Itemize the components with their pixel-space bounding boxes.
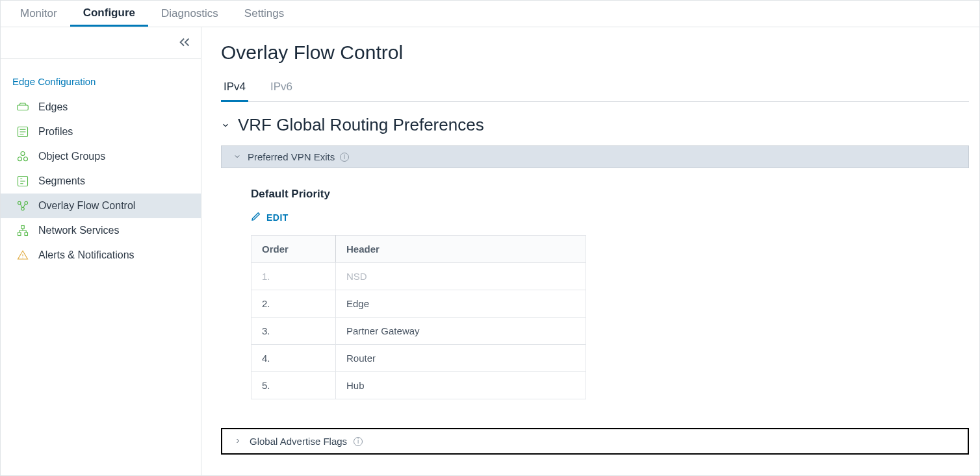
sidebar-item-alerts[interactable]: Alerts & Notifications	[1, 243, 201, 268]
sidebar-item-segments[interactable]: Segments	[1, 169, 201, 194]
collapse-sidebar-icon[interactable]	[177, 35, 192, 52]
sidebar: Edge Configuration Edges Profiles Object…	[1, 27, 201, 475]
sidebar-item-label: Network Services	[38, 225, 119, 236]
page-title: Overlay Flow Control	[221, 42, 969, 64]
sidebar-item-network-services[interactable]: Network Services	[1, 218, 201, 243]
sidebar-item-overlay-flow-control[interactable]: Overlay Flow Control	[1, 194, 201, 218]
tab-settings[interactable]: Settings	[231, 1, 297, 27]
cell-order: 3.	[251, 318, 336, 345]
svg-rect-9	[21, 226, 25, 229]
alerts-icon	[16, 249, 29, 261]
sidebar-item-label: Object Groups	[38, 151, 105, 162]
cell-header: Partner Gateway	[336, 318, 586, 345]
table-row: 4. Router	[251, 345, 586, 372]
sidebar-section-title: Edge Configuration	[1, 58, 201, 95]
tab-diagnostics[interactable]: Diagnostics	[148, 1, 231, 27]
svg-point-4	[24, 157, 28, 161]
sidebar-item-label: Segments	[38, 175, 85, 187]
edit-label: EDIT	[266, 212, 289, 223]
tab-monitor[interactable]: Monitor	[7, 1, 70, 27]
svg-rect-0	[18, 105, 29, 110]
cell-header: NSD	[336, 263, 586, 290]
object-groups-icon	[16, 151, 29, 162]
ip-version-tabs: IPv4 IPv6	[221, 75, 969, 102]
cell-order: 2.	[251, 290, 336, 318]
sidebar-item-label: Overlay Flow Control	[38, 200, 135, 212]
vrf-section-header[interactable]: VRF Global Routing Preferences	[221, 115, 969, 135]
table-row: 1. NSD	[251, 263, 586, 290]
global-advertise-flags-panel-header[interactable]: Global Advertise Flags i	[221, 428, 969, 455]
cell-order: 1.	[251, 263, 336, 290]
network-services-icon	[16, 225, 29, 236]
info-icon[interactable]: i	[340, 153, 349, 162]
cell-header: Router	[336, 345, 586, 372]
cell-order: 5.	[251, 372, 336, 399]
tab-configure[interactable]: Configure	[70, 1, 148, 27]
svg-point-3	[18, 157, 22, 161]
top-tabs: Monitor Configure Diagnostics Settings	[1, 1, 979, 27]
section-header-label: VRF Global Routing Preferences	[238, 115, 484, 135]
svg-point-8	[21, 207, 25, 210]
info-icon[interactable]: i	[354, 437, 363, 446]
sidebar-item-label: Profiles	[38, 126, 73, 138]
col-header: Header	[336, 236, 586, 263]
sidebar-item-edges[interactable]: Edges	[1, 95, 201, 119]
sidebar-item-object-groups[interactable]: Object Groups	[1, 144, 201, 169]
segments-icon	[16, 175, 29, 187]
overlay-flow-icon	[16, 200, 29, 212]
preferred-vpn-exits-content: Default Priority EDIT Order Header	[221, 168, 969, 412]
col-order: Order	[251, 236, 336, 263]
table-row: 5. Hub	[251, 372, 586, 399]
main-content: Overlay Flow Control IPv4 IPv6 VRF Globa…	[201, 27, 979, 475]
sidebar-item-label: Alerts & Notifications	[38, 249, 135, 261]
chevron-down-icon	[221, 121, 230, 130]
svg-rect-11	[25, 232, 28, 236]
cell-header: Edge	[336, 290, 586, 318]
svg-rect-10	[18, 232, 21, 236]
preferred-vpn-exits-panel-header[interactable]: Preferred VPN Exits i	[221, 145, 969, 168]
table-row: 2. Edge	[251, 290, 586, 318]
priority-table: Order Header 1. NSD 2. Edge	[251, 235, 586, 399]
cell-order: 4.	[251, 345, 336, 372]
svg-point-2	[21, 152, 25, 156]
default-priority-label: Default Priority	[251, 188, 939, 201]
sidebar-item-profiles[interactable]: Profiles	[1, 119, 201, 144]
tab-ipv4[interactable]: IPv4	[221, 75, 248, 102]
cell-header: Hub	[336, 372, 586, 399]
panel-title: Preferred VPN Exits	[248, 151, 335, 162]
panel-title: Global Advertise Flags	[250, 436, 347, 447]
chevron-down-icon	[233, 153, 242, 162]
profiles-icon	[16, 126, 29, 138]
sidebar-item-label: Edges	[38, 101, 68, 113]
edit-button[interactable]: EDIT	[251, 211, 289, 223]
pencil-icon	[251, 211, 261, 223]
edges-icon	[16, 103, 29, 112]
chevron-right-icon	[234, 437, 243, 446]
table-row: 3. Partner Gateway	[251, 318, 586, 345]
tab-ipv6[interactable]: IPv6	[268, 75, 295, 101]
